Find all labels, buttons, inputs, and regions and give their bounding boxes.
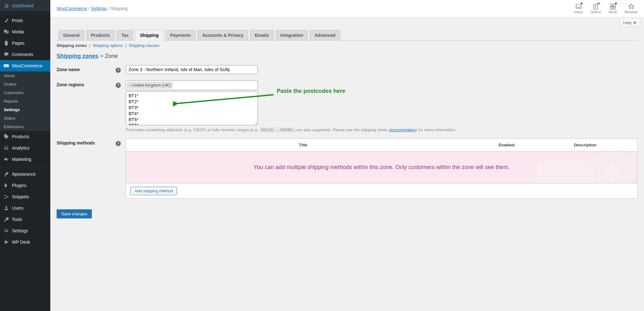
sidebar-sub-reports[interactable]: Reports: [0, 97, 50, 105]
sidebar-item-label: Plugins: [12, 183, 26, 188]
postcode-helptext: Postcodes containing wildcards (e.g. CB2…: [126, 127, 638, 132]
tools-icon: [3, 216, 9, 223]
breadcrumb-woocommerce[interactable]: WooCommerce: [57, 6, 87, 11]
breadcrumb-settings[interactable]: Settings: [91, 6, 107, 11]
sidebar-item-woocommerce[interactable]: woo WooCommerce: [0, 60, 50, 71]
save-changes-button[interactable]: Save changes: [57, 209, 92, 218]
shipping-methods-table: Title Enabled Description You can add mu…: [126, 139, 638, 199]
help-icon[interactable]: ?: [116, 83, 121, 88]
topbar-reviews[interactable]: Reviews: [625, 3, 638, 14]
subnav-classes[interactable]: Shipping classes: [129, 43, 159, 48]
shipping-methods-label: Shipping methods ?: [57, 139, 126, 199]
topbar-label: Orders: [590, 10, 601, 14]
add-shipping-method-button[interactable]: Add shipping method: [130, 187, 177, 195]
empty-text: You can add multiple shipping methods wi…: [132, 164, 631, 171]
sidebar-item-label: Analytics: [12, 145, 30, 150]
tab-shipping[interactable]: Shipping: [135, 30, 164, 41]
shipping-subnav: Shipping zones | Shipping options | Ship…: [57, 41, 638, 53]
zone-regions-select[interactable]: × United Kingdom (UK): [126, 80, 258, 90]
sidebar-item-pages[interactable]: Pages: [0, 37, 50, 49]
sidebar-sub-settings[interactable]: Settings: [0, 105, 50, 114]
svg-rect-9: [610, 4, 612, 6]
svg-point-3: [4, 198, 6, 199]
media-icon: [3, 29, 9, 35]
tab-advanced[interactable]: Advanced: [310, 30, 340, 40]
sidebar-item-label: WP Desk: [12, 240, 30, 245]
remove-token-icon[interactable]: ×: [129, 83, 131, 87]
sidebar-sub-customers[interactable]: Customers: [0, 88, 50, 97]
settings-tabs: General Products Tax Shipping Payments A…: [57, 30, 638, 41]
inbox-icon: [575, 3, 582, 10]
help-button[interactable]: Help ▼: [620, 19, 640, 27]
orders-icon: [592, 3, 599, 10]
sidebar-item-media[interactable]: Media: [0, 26, 50, 37]
methods-header: Title Enabled Description: [126, 139, 637, 151]
tab-tax[interactable]: Tax: [117, 30, 133, 40]
tab-general[interactable]: General: [58, 30, 84, 40]
col-desc: Description: [538, 143, 632, 147]
main-content: WooCommerce / Settings / Shipping Inbox: [50, 0, 644, 311]
sidebar-item-tools[interactable]: Tools: [0, 214, 50, 225]
sidebar-item-label: Users: [12, 206, 24, 211]
subnav-options[interactable]: Shipping options: [93, 43, 123, 48]
sidebar-item-comments[interactable]: Comments: [0, 49, 50, 60]
methods-empty-state: You can add multiple shipping methods wi…: [126, 151, 637, 183]
heading-zones-link[interactable]: Shipping zones: [57, 53, 98, 59]
topbar-inbox[interactable]: Inbox: [574, 3, 583, 14]
sidebar-item-posts[interactable]: Posts: [0, 15, 50, 26]
tab-emails[interactable]: Emails: [250, 30, 274, 40]
subnav-zones[interactable]: Shipping zones: [57, 43, 87, 48]
play-icon: [3, 239, 9, 245]
zone-name-label: Zone name ?: [57, 65, 126, 74]
sidebar-item-label: Posts: [12, 18, 23, 23]
svg-rect-12: [613, 7, 615, 9]
zone-regions-label: Zone regions ?: [57, 80, 126, 132]
svg-point-2: [4, 195, 6, 196]
sidebar-sub-home[interactable]: Home: [0, 71, 50, 80]
sidebar-sub-extensions[interactable]: Extensions: [0, 122, 50, 131]
help-icon[interactable]: ?: [116, 68, 121, 73]
scissors-icon: [3, 194, 9, 200]
tab-payments[interactable]: Payments: [165, 30, 196, 40]
postcodes-textarea[interactable]: [126, 91, 258, 125]
sidebar-item-label: Settings: [12, 228, 28, 233]
sidebar-item-appearance[interactable]: Appearance: [0, 168, 50, 180]
settings-icon: [3, 228, 9, 234]
col-enabled: Enabled: [475, 143, 538, 147]
analytics-icon: [3, 145, 9, 151]
tab-products[interactable]: Products: [86, 30, 115, 40]
sidebar-item-snippets[interactable]: Snippets: [0, 191, 50, 202]
topbar-orders[interactable]: Orders: [590, 3, 601, 14]
page-heading: Shipping zones > Zone: [57, 53, 638, 59]
col-title: Title: [131, 143, 475, 147]
sidebar-item-settings[interactable]: Settings: [0, 225, 50, 236]
comment-icon: [3, 51, 9, 58]
tab-integration[interactable]: Integration: [276, 30, 308, 40]
zone-name-input[interactable]: [126, 65, 258, 74]
sidebar-item-label: Appearance: [12, 172, 36, 177]
documentation-link[interactable]: documentation: [389, 127, 416, 132]
sidebar-sub-orders[interactable]: Orders: [0, 80, 50, 88]
pages-icon: [3, 40, 9, 46]
region-token: × United Kingdom (UK): [127, 82, 173, 88]
topbar-stock[interactable]: Stock: [608, 3, 617, 14]
woo-submenu: Home Orders Customers Reports Settings S…: [0, 71, 50, 131]
svg-rect-10: [613, 4, 615, 6]
woocommerce-icon: woo: [3, 63, 9, 69]
sidebar-item-plugins[interactable]: Plugins: [0, 180, 50, 191]
svg-rect-11: [610, 7, 612, 9]
sidebar-item-label: Tools: [12, 217, 22, 222]
help-icon[interactable]: ?: [116, 141, 121, 146]
sidebar-sub-status[interactable]: Status: [0, 114, 50, 122]
sidebar-item-wpdesk[interactable]: WP Desk: [0, 236, 50, 248]
svg-text:woo: woo: [4, 65, 8, 67]
topbar-label: Stock: [608, 10, 617, 14]
sidebar-item-users[interactable]: Users: [0, 202, 50, 214]
sidebar-item-label: Products: [12, 134, 29, 139]
sidebar-item-dashboard[interactable]: Dashboard: [0, 0, 50, 11]
tab-accounts[interactable]: Accounts & Privacy: [197, 30, 248, 40]
sidebar-item-marketing[interactable]: Marketing: [0, 154, 50, 165]
sidebar-item-analytics[interactable]: Analytics: [0, 142, 50, 154]
sidebar-item-products[interactable]: Products: [0, 131, 50, 142]
topbar-label: Inbox: [574, 10, 583, 14]
